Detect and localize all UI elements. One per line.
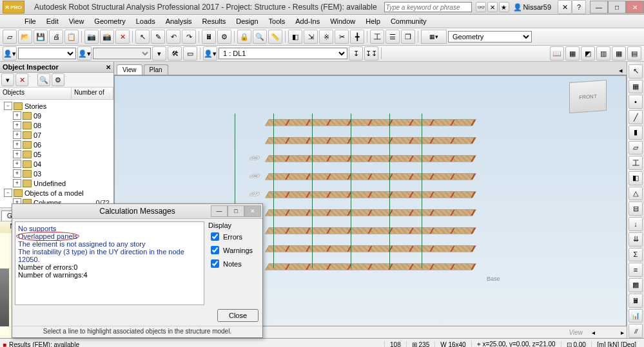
message-line[interactable]: No supports: [18, 225, 201, 232]
filter-icon[interactable]: ▾: [152, 46, 166, 61]
column-tool-icon[interactable]: ▮: [629, 126, 643, 140]
support-tool-icon[interactable]: △: [629, 187, 643, 201]
check-notes[interactable]: Notes: [208, 258, 260, 270]
expand-icon[interactable]: +: [13, 131, 21, 139]
view-cube[interactable]: FRONT: [569, 80, 607, 113]
expand-icon[interactable]: +: [13, 121, 21, 129]
close-button[interactable]: ✕: [626, 1, 644, 14]
save-icon[interactable]: 💾: [34, 30, 48, 44]
calc-tool-icon[interactable]: 🖩: [629, 294, 643, 308]
menu-add-ins[interactable]: Add-Ins: [290, 17, 325, 25]
keyword-search-input[interactable]: [384, 2, 472, 12]
check-errors[interactable]: Errors: [208, 230, 260, 243]
selection-icon[interactable]: 👤▾: [3, 46, 17, 61]
bar-tool-icon[interactable]: ╱: [629, 110, 643, 124]
axis-icon[interactable]: ╋: [350, 30, 364, 44]
loadtype-tool-icon[interactable]: ⇊: [629, 232, 643, 247]
shrink-icon[interactable]: ⇲: [304, 30, 318, 44]
view-book-icon[interactable]: 📖: [550, 46, 564, 61]
message-line[interactable]: Number of warnings:4: [18, 271, 201, 279]
results-tool-icon[interactable]: 📊: [629, 309, 643, 323]
load-apply-icon[interactable]: ↧↧: [364, 46, 378, 61]
menu-window[interactable]: Window: [325, 17, 360, 25]
lock-icon[interactable]: 🔒: [237, 30, 251, 44]
menu-help[interactable]: Help: [360, 17, 385, 25]
pointer-icon[interactable]: ↖: [629, 64, 643, 79]
message-line[interactable]: The instability (3 type) in the UY direc…: [18, 248, 201, 263]
exchange-icon[interactable]: ✕: [558, 0, 572, 14]
menu-file[interactable]: File: [19, 17, 41, 25]
window-icon[interactable]: ◧: [288, 30, 302, 44]
load-down-icon[interactable]: ↧: [349, 46, 363, 61]
material-tool-icon[interactable]: ◧: [629, 171, 643, 185]
dialog-titlebar[interactable]: Calculation Messages — □ ✕: [12, 204, 262, 219]
message-line[interactable]: The element is not assigned to any story: [18, 240, 201, 248]
view-split-icon[interactable]: ▥: [596, 46, 610, 61]
message-line[interactable]: Number of errors:0: [18, 263, 201, 271]
menu-design[interactable]: Design: [231, 17, 263, 25]
node-sel-icon[interactable]: 👤▾: [77, 46, 92, 61]
redo-icon[interactable]: ↷: [182, 30, 196, 44]
expand-icon[interactable]: -: [4, 189, 12, 197]
user-account[interactable]: 👤 Nissar59: [513, 3, 551, 12]
section-tool-icon[interactable]: 工: [629, 156, 643, 170]
screenshot2-icon[interactable]: 📸: [100, 30, 114, 44]
menu-analysis[interactable]: Analysis: [161, 17, 197, 25]
menu-loads[interactable]: Loads: [131, 17, 161, 25]
member-icon[interactable]: ☰: [385, 30, 400, 44]
release-tool-icon[interactable]: ⊟: [629, 202, 643, 216]
load-tool-icon[interactable]: ↓: [629, 217, 643, 231]
tree-row[interactable]: +06: [1, 140, 112, 149]
menu-community[interactable]: Community: [385, 17, 432, 25]
inspector-tree[interactable]: -Stories+09+08+07+06+05+04+03+Undefined-…: [0, 100, 113, 207]
print-icon[interactable]: 🖨: [49, 30, 63, 44]
loadcase-combo[interactable]: 1 : DL1: [219, 48, 347, 59]
mesh-tool-icon[interactable]: ▩: [629, 278, 643, 292]
tree-row[interactable]: -Objects of a model: [1, 188, 112, 198]
menu-geometry[interactable]: Geometry: [89, 17, 130, 25]
panel-tool-icon[interactable]: ▱: [629, 141, 643, 155]
expand-icon[interactable]: +: [13, 169, 21, 178]
filter-objects-icon[interactable]: ▾: [1, 73, 14, 86]
scroll-left-icon[interactable]: ◂: [589, 329, 598, 336]
tree-row[interactable]: +04: [1, 159, 112, 169]
delete-filter-icon[interactable]: ✕: [15, 73, 28, 86]
edit-icon[interactable]: ✎: [151, 30, 165, 44]
tab-view[interactable]: View: [117, 64, 142, 75]
expand-icon[interactable]: +: [13, 160, 21, 168]
tree-row[interactable]: +09: [1, 111, 112, 120]
tab-scroll-left-icon[interactable]: ◂: [615, 66, 627, 75]
scroll-right-icon[interactable]: ▸: [618, 329, 627, 336]
params-icon[interactable]: ⚙: [217, 30, 231, 44]
help-icon[interactable]: ?: [572, 0, 586, 14]
find-icon[interactable]: 🔍: [253, 30, 267, 44]
view-multi-icon[interactable]: ▦: [612, 46, 626, 61]
view-table-icon[interactable]: ▤: [627, 46, 641, 61]
tab-plan[interactable]: Plan: [144, 64, 168, 75]
preview-icon[interactable]: 📋: [64, 30, 79, 44]
config-icon[interactable]: ⚙: [52, 73, 64, 86]
expand-icon[interactable]: +: [13, 150, 21, 158]
select-icon[interactable]: ↖: [135, 30, 150, 44]
diagram-tool-icon[interactable]: ⫽: [629, 324, 643, 338]
tree-row[interactable]: +07: [1, 130, 112, 140]
inspector-col-number[interactable]: Number of ...: [72, 88, 113, 99]
cut-icon[interactable]: ✂: [335, 30, 349, 44]
view-iso-icon[interactable]: ◩: [581, 46, 595, 61]
dialog-close-button[interactable]: ✕: [244, 205, 261, 217]
undo-icon[interactable]: ↶: [166, 30, 181, 44]
combo-tool-icon[interactable]: Σ: [629, 248, 643, 262]
star-icon[interactable]: ★: [499, 2, 509, 12]
tools-icon[interactable]: 🛠: [168, 46, 182, 61]
screenshot-icon[interactable]: 📷: [84, 30, 99, 44]
story-tool-icon[interactable]: ≡: [629, 263, 643, 277]
expand-icon[interactable]: -: [4, 102, 12, 110]
measure-icon[interactable]: 📏: [268, 30, 282, 44]
snap-icon[interactable]: ※: [319, 30, 333, 44]
menu-results[interactable]: Results: [197, 17, 231, 25]
tree-row[interactable]: +03: [1, 169, 112, 178]
message-line[interactable]: Overlapped panels: [18, 232, 201, 240]
grid-tool-icon[interactable]: ▦: [629, 80, 643, 94]
selection-combo-2[interactable]: [93, 48, 151, 59]
dialog-maximize-button[interactable]: □: [228, 205, 244, 217]
